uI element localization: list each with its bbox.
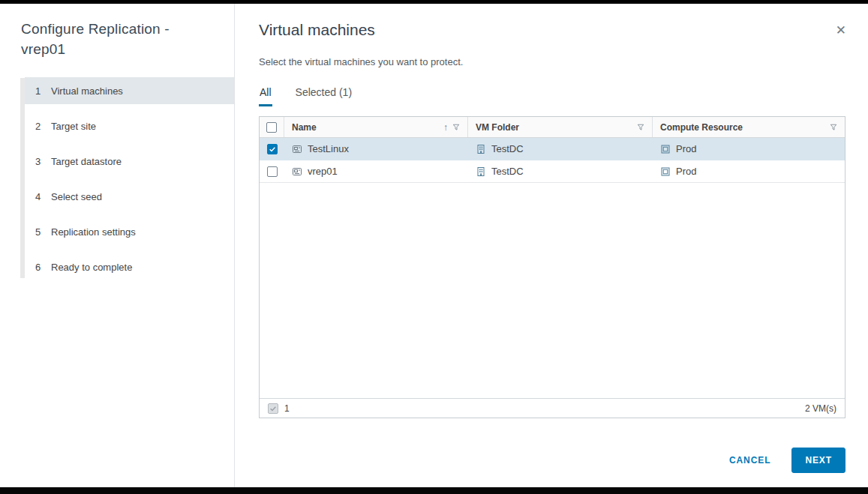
wizard-title-line2: vrep01 xyxy=(21,41,65,57)
row-checkbox-cell xyxy=(260,144,284,154)
compute-resource-cell: Prod xyxy=(653,166,845,177)
wizard-dialog: Configure Replication - vrep01 1 Virtual… xyxy=(0,4,868,487)
vm-name-cell: TestLinux xyxy=(284,143,468,154)
step-select-seed[interactable]: 4 Select seed xyxy=(25,183,234,210)
host-icon xyxy=(660,166,671,177)
column-header-name-label: Name xyxy=(292,122,317,133)
step-number: 5 xyxy=(35,226,51,238)
step-virtual-machines[interactable]: 1 Virtual machines xyxy=(25,77,234,104)
vm-icon xyxy=(292,144,302,154)
select-all-checkbox[interactable] xyxy=(266,122,277,133)
vm-table-header: Name ↑ VM Folder xyxy=(260,117,845,138)
vm-icon xyxy=(292,166,302,177)
vm-name: TestLinux xyxy=(308,143,349,154)
host-icon xyxy=(660,144,671,154)
step-replication-settings[interactable]: 5 Replication settings xyxy=(25,218,234,245)
column-header-vm-folder-label: VM Folder xyxy=(476,122,519,133)
filter-icon[interactable] xyxy=(830,124,837,131)
selected-count-checkbox-icon xyxy=(268,403,278,414)
table-row[interactable]: vrep01 TestDC Prod xyxy=(260,160,845,183)
row-checkbox-checked[interactable] xyxy=(267,144,278,154)
step-number: 1 xyxy=(35,85,51,97)
wizard-title-line1: Configure Replication - xyxy=(21,21,170,37)
step-label: Target datastore xyxy=(51,156,122,167)
vm-folder-name: TestDC xyxy=(491,143,524,154)
tab-selected[interactable]: Selected (1) xyxy=(295,86,353,106)
step-label: Ready to complete xyxy=(51,262,132,273)
sort-ascending-icon[interactable]: ↑ xyxy=(443,122,448,133)
bottom-border-strip xyxy=(0,487,868,494)
vm-folder-name: TestDC xyxy=(491,166,524,177)
wizard-step-list: 1 Virtual machines 2 Target site 3 Targe… xyxy=(0,77,234,280)
table-footer: 1 2 VM(s) xyxy=(260,398,845,418)
column-header-name[interactable]: Name ↑ xyxy=(284,117,468,137)
tab-all[interactable]: All xyxy=(259,86,272,106)
vm-folder-cell: TestDC xyxy=(468,166,653,177)
configure-replication-dialog: Configure Replication - vrep01 1 Virtual… xyxy=(0,0,868,494)
step-label: Select seed xyxy=(51,191,102,202)
row-checkbox-unchecked[interactable] xyxy=(267,166,278,177)
step-label: Virtual machines xyxy=(51,85,123,97)
step-ready-to-complete[interactable]: 6 Ready to complete xyxy=(25,253,234,280)
page-subtitle: Select the virtual machines you want to … xyxy=(259,56,845,67)
page-title: Virtual machines xyxy=(259,21,845,39)
step-number: 2 xyxy=(35,121,51,132)
vm-folder-cell: TestDC xyxy=(468,143,653,154)
selected-count: 1 xyxy=(284,403,290,414)
wizard-actions: CANCEL NEXT xyxy=(728,448,845,473)
step-label: Replication settings xyxy=(51,226,136,238)
wizard-main-panel: ✕ Virtual machines Select the virtual ma… xyxy=(235,4,868,487)
vm-table: Name ↑ VM Folder xyxy=(259,116,845,418)
datacenter-icon xyxy=(476,166,486,177)
table-empty-area xyxy=(260,183,845,398)
step-target-datastore[interactable]: 3 Target datastore xyxy=(25,148,234,175)
total-vm-count: 2 VM(s) xyxy=(805,403,836,414)
compute-resource-name: Prod xyxy=(676,166,696,177)
select-all-cell xyxy=(260,117,284,137)
filter-icon[interactable] xyxy=(452,124,460,131)
step-list-rail xyxy=(20,78,25,278)
wizard-steps-sidebar: Configure Replication - vrep01 1 Virtual… xyxy=(0,4,235,487)
table-row[interactable]: TestLinux TestDC Prod xyxy=(260,138,845,160)
column-header-vm-folder[interactable]: VM Folder xyxy=(468,117,653,137)
compute-resource-name: Prod xyxy=(676,143,696,154)
vm-name: vrep01 xyxy=(308,166,338,177)
step-number: 4 xyxy=(35,191,51,202)
datacenter-icon xyxy=(476,144,486,154)
column-header-compute-resource[interactable]: Compute Resource xyxy=(653,117,845,137)
wizard-title: Configure Replication - vrep01 xyxy=(21,19,216,59)
step-target-site[interactable]: 2 Target site xyxy=(25,112,234,139)
step-label: Target site xyxy=(51,121,96,132)
cancel-button[interactable]: CANCEL xyxy=(728,451,772,470)
next-button[interactable]: NEXT xyxy=(791,448,845,473)
row-checkbox-cell xyxy=(260,166,284,177)
vm-filter-tabs: All Selected (1) xyxy=(259,86,845,106)
filter-icon[interactable] xyxy=(637,124,644,131)
step-number: 3 xyxy=(35,156,51,167)
step-number: 6 xyxy=(35,262,51,273)
close-icon[interactable]: ✕ xyxy=(834,22,848,38)
column-header-compute-resource-label: Compute Resource xyxy=(660,122,743,133)
compute-resource-cell: Prod xyxy=(653,143,845,154)
vm-name-cell: vrep01 xyxy=(284,166,468,177)
